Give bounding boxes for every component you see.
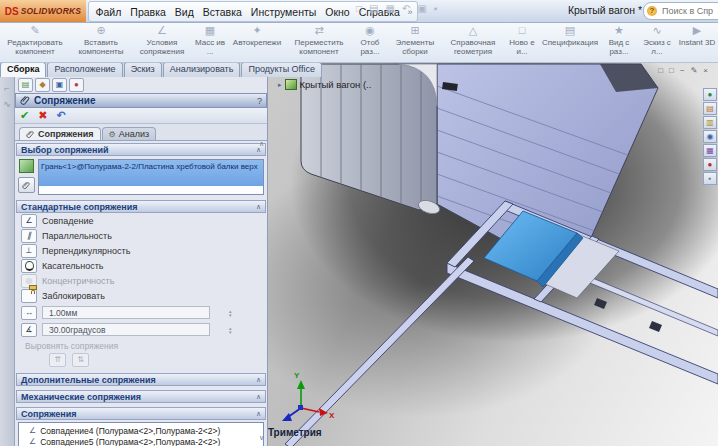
- mate-selection-listbox[interactable]: Грань<1>@Полурама-2-2/Пластина хребтовой…: [38, 159, 264, 195]
- new-part-button[interactable]: □ Ново е и...: [504, 22, 540, 62]
- search-tab-icon[interactable]: ◉: [703, 130, 717, 143]
- mate-type-lock[interactable]: Заблокировать: [21, 289, 267, 303]
- mate-list-item[interactable]: ∠ Совпадение4 (Полурама<2>,Полурама-2<2>…: [19, 425, 263, 436]
- menu-view[interactable]: Вид: [170, 3, 198, 21]
- frame-assembly[interactable]: [285, 201, 718, 446]
- window-minimize-icon[interactable]: −: [680, 66, 685, 75]
- undo-icon[interactable]: ↶: [402, 3, 410, 14]
- flyout-tree-item[interactable]: ▸ Крытый вагон (..: [278, 79, 371, 90]
- show-hidden-button[interactable]: ◉ Отоб раз...: [352, 22, 388, 62]
- section-title: Стандартные сопряжения: [21, 202, 256, 212]
- design-library-tab-icon[interactable]: ▤: [703, 102, 717, 115]
- tab-sketch[interactable]: Эскиз: [124, 62, 162, 77]
- pattern-button[interactable]: ▦ Масс ив ...: [192, 22, 228, 62]
- smart-fasteners-button[interactable]: ✦ Автокрепежи: [228, 22, 286, 62]
- distance-spinner[interactable]: ▴▾: [229, 309, 232, 317]
- section-standard-mates[interactable]: Стандартные сопряжения ∧: [16, 200, 266, 213]
- menu-file[interactable]: Файл: [91, 3, 126, 21]
- tab-evaluate[interactable]: Анализировать: [163, 62, 241, 77]
- tab-office-products[interactable]: Продукты Office: [241, 62, 322, 77]
- aligned-toggle-icon[interactable]: ⇈: [49, 353, 66, 367]
- undo-button[interactable]: ↶: [56, 109, 65, 122]
- custom-properties-tab-icon[interactable]: ▪: [703, 172, 717, 185]
- tab-mates[interactable]: Сопряжения: [19, 127, 101, 140]
- rebuild-icon[interactable]: ▪: [434, 3, 438, 14]
- button-label: Отоб раз...: [352, 39, 388, 56]
- assembly-features-button[interactable]: ⊞ Элементы сборки: [388, 22, 442, 62]
- ok-button[interactable]: ✔: [20, 109, 29, 122]
- instant3d-button[interactable]: ▶ Instant 3D: [676, 22, 718, 62]
- window-close-icon[interactable]: ×: [703, 66, 708, 75]
- section-title: Механические сопряжения: [21, 392, 256, 402]
- anti-aligned-toggle-icon[interactable]: ⇅: [72, 353, 89, 367]
- mate-type-parallel[interactable]: ∥ Параллельность: [21, 229, 267, 243]
- mate-button[interactable]: ∠ Условия сопряжения: [132, 22, 192, 62]
- exploded-view-button[interactable]: ★ Вид с раз...: [600, 22, 638, 62]
- feature-tree-tab-icon[interactable]: ▤: [18, 78, 33, 92]
- view-palette-tab-icon[interactable]: ▦: [703, 144, 717, 157]
- section-title: Дополнительные сопряжения: [21, 375, 256, 385]
- search-input[interactable]: [660, 5, 718, 17]
- help-icon[interactable]: ?: [257, 96, 262, 106]
- menu-insert[interactable]: Вставка: [198, 3, 246, 21]
- button-label: Вставить компоненты: [70, 39, 132, 56]
- frame-bracket: [594, 298, 607, 309]
- button-label: Масс ив ...: [192, 39, 228, 56]
- window-restore2-icon[interactable]: □: [669, 66, 674, 75]
- window-restore-icon[interactable]: □: [658, 66, 663, 75]
- section-mate-selections[interactable]: Выбор сопряжений ∧: [16, 143, 266, 156]
- mates-listbox[interactable]: ∠ Совпадение4 (Полурама<2>,Полурама-2<2>…: [18, 422, 264, 446]
- cancel-button[interactable]: ✖: [38, 109, 47, 122]
- angle-input[interactable]: 30.00градусов: [42, 323, 210, 336]
- save-icon[interactable]: ▦: [386, 3, 395, 14]
- angle-spinner[interactable]: ▴▾: [229, 326, 232, 334]
- bom-button[interactable]: ▤ Спецификация: [540, 22, 600, 62]
- insert-components-button[interactable]: ⊕ Вставить компоненты: [70, 22, 132, 62]
- tab-assembly[interactable]: Сборка: [0, 62, 46, 77]
- quick-access-toolbar: □ ▤ ▦ ↶ ▣ ▪: [356, 3, 437, 14]
- menu-tools[interactable]: Инструменты: [246, 3, 320, 21]
- tab-analysis[interactable]: ⚙ Анализ: [102, 127, 157, 140]
- section-collapse-icon[interactable]: ∧: [256, 410, 261, 418]
- window-edit-icon[interactable]: ✎: [691, 66, 698, 75]
- collapsed-toolbar-icon[interactable]: ⌐: [0, 83, 14, 93]
- menu-window[interactable]: Окно: [321, 3, 354, 21]
- section-advanced-mates[interactable]: Дополнительные сопряжения ∧: [16, 373, 266, 386]
- configuration-manager-tab-icon[interactable]: ▣: [52, 78, 67, 92]
- select-icon[interactable]: ▣: [417, 3, 426, 14]
- panel-scroll-down[interactable]: ∨: [259, 434, 264, 442]
- multiple-mate-button[interactable]: [18, 177, 35, 193]
- tab-layout[interactable]: Расположение: [47, 62, 122, 77]
- mate-type-perpendicular[interactable]: ⊥ Перпендикулярность: [21, 244, 267, 258]
- flyout-expand-icon[interactable]: ▸: [278, 81, 282, 89]
- open-document-icon[interactable]: ▤: [369, 3, 378, 14]
- section-collapse-icon[interactable]: ∧: [256, 203, 261, 211]
- display-manager-tab-icon[interactable]: ●: [69, 78, 84, 92]
- section-mechanical-mates[interactable]: Механические сопряжения ∧: [16, 390, 266, 403]
- distance-input[interactable]: 1.00мм: [42, 306, 210, 319]
- move-component-button[interactable]: ⇄ Переместить компонент: [286, 22, 352, 62]
- graphics-viewport[interactable]: Y X ▸ Крытый вагон (.. □ □ − ✎ × ● ▤ ▥ ◉…: [268, 62, 718, 446]
- file-explorer-tab-icon[interactable]: ▥: [703, 116, 717, 129]
- resources-tab-icon[interactable]: ●: [703, 88, 717, 101]
- panel-scroll-up[interactable]: ∧: [259, 140, 264, 148]
- collapsed-toolbar-icon[interactable]: ∿: [0, 99, 14, 109]
- mate-type-coincident[interactable]: ∠ Совпадение: [21, 214, 267, 228]
- new-document-icon[interactable]: □: [356, 3, 362, 14]
- edit-component-button[interactable]: ✎ Редактировать компонент: [0, 22, 70, 62]
- mate-type-tangent[interactable]: Касательность: [21, 259, 267, 273]
- property-manager-header: Сопряжение ?: [15, 93, 267, 108]
- selected-entity[interactable]: Грань<1>@Полурама-2-2/Пластина хребтовой…: [39, 160, 263, 186]
- frame-spine-beam[interactable]: [285, 257, 474, 446]
- property-manager-tab-icon[interactable]: ◆: [35, 78, 50, 92]
- reference-geometry-button[interactable]: △ Справочная геометрия: [442, 22, 504, 62]
- mate-list-item[interactable]: ∠ Совпадение5 (Полурама<2>,Полурама-2<2>…: [19, 436, 263, 446]
- show-hidden-icon: ◉: [365, 24, 375, 37]
- mate-type-concentric[interactable]: ◎ Концентричность: [21, 274, 267, 288]
- menu-edit[interactable]: Правка: [126, 3, 170, 21]
- section-mates-list[interactable]: Сопряжения ∧: [16, 407, 266, 420]
- section-collapse-icon[interactable]: ∧: [256, 393, 261, 401]
- explode-sketch-button[interactable]: ∿ Эскиз с л...: [638, 22, 676, 62]
- section-collapse-icon[interactable]: ∧: [256, 376, 261, 384]
- appearances-tab-icon[interactable]: ●: [703, 158, 717, 171]
